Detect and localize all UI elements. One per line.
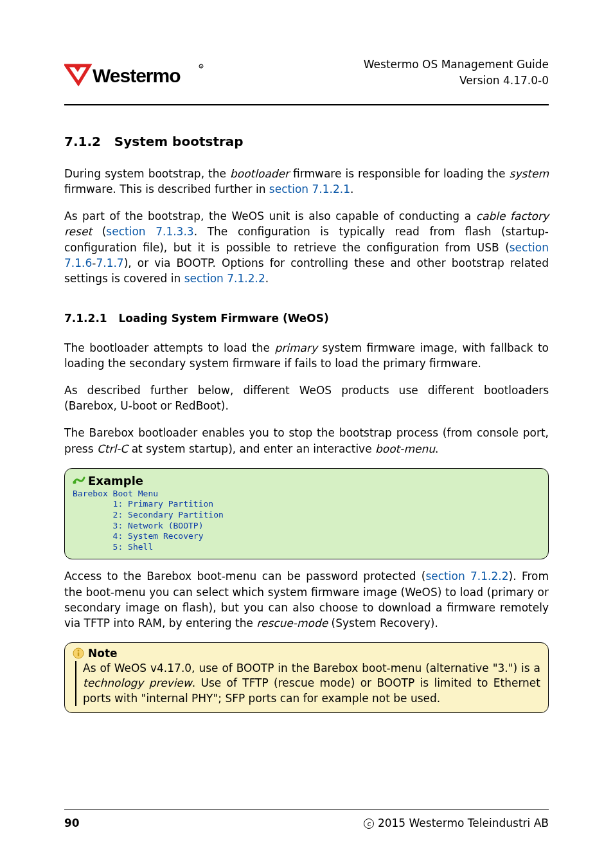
page-number: 90 <box>64 817 80 829</box>
page-header: Westermo R Westermo OS Management Guide … <box>64 57 549 98</box>
note-label: Note <box>88 647 118 660</box>
text: . <box>435 442 438 455</box>
text-italic: bootloader <box>230 167 289 180</box>
info-icon <box>73 647 84 659</box>
heading-title: System bootstrap <box>114 134 244 149</box>
xref-link[interactable]: section 7.1.2.1 <box>269 183 350 195</box>
code-block: Barebox Boot Menu 1: Primary Partition 2… <box>73 489 540 553</box>
heading-7-1-2: 7.1.2 System bootstrap <box>64 134 549 149</box>
text-italic: system <box>510 167 549 180</box>
text-italic: primary <box>274 341 317 354</box>
text: at system startup), and enter an interac… <box>128 442 375 455</box>
westermo-logo-icon: Westermo R <box>64 57 206 95</box>
paragraph: The Barebox bootloader enables you to st… <box>64 425 549 456</box>
note-box: Note As of WeOS v4.17.0, use of BOOTP in… <box>64 642 549 713</box>
paragraph: During system bootstrap, the bootloader … <box>64 166 549 197</box>
note-body: As of WeOS v4.17.0, use of BOOTP in the … <box>75 661 540 706</box>
text: firmware. This is described further in <box>64 183 269 195</box>
heading-title: Loading System Firmware (WeOS) <box>118 312 328 325</box>
worm-icon <box>73 474 85 487</box>
heading-number: 7.1.2.1 <box>64 312 107 325</box>
example-box: Example Barebox Boot Menu 1: Primary Par… <box>64 468 549 560</box>
header-rule <box>64 104 549 105</box>
text: (System Recovery). <box>328 617 438 629</box>
copyright: c 2015 Westermo Teleindustri AB <box>364 817 549 829</box>
text: . <box>350 183 353 195</box>
svg-point-3 <box>73 481 76 484</box>
example-label: Example <box>88 474 143 487</box>
text: firmware is responsible for loading the <box>289 167 509 180</box>
svg-text:R: R <box>200 65 202 69</box>
copyright-text: 2015 Westermo Teleindustri AB <box>378 817 549 829</box>
example-title: Example <box>73 474 540 487</box>
svg-point-5 <box>78 649 80 651</box>
text-italic: boot-menu <box>375 442 435 455</box>
page-footer: 90 c 2015 Westermo Teleindustri AB <box>64 809 549 829</box>
xref-link[interactable]: section 7.1.2.2 <box>184 272 265 285</box>
heading-7-1-2-1: 7.1.2.1 Loading System Firmware (WeOS) <box>64 312 549 325</box>
text: ), or via BOOTP. Options for controlling… <box>64 257 549 285</box>
text-italic: technology preview <box>83 676 192 689</box>
header-text: Westermo OS Management Guide Version 4.1… <box>364 57 549 88</box>
doc-version: Version 4.17.0-0 <box>364 73 549 89</box>
xref-link[interactable]: section 7.1.3.3 <box>106 225 193 238</box>
paragraph: Access to the Barebox boot-menu can be p… <box>64 568 549 631</box>
text: Access to the Barebox boot-menu can be p… <box>64 570 425 583</box>
logo: Westermo R <box>64 57 206 98</box>
paragraph: The bootloader attempts to load the prim… <box>64 340 549 371</box>
footer-rule <box>64 809 549 810</box>
paragraph: As described further below, different We… <box>64 383 549 413</box>
text: As of WeOS v4.17.0, use of BOOTP in the … <box>83 662 540 674</box>
text: ( <box>92 225 106 238</box>
xref-link[interactable]: section 7.1.2.2 <box>425 570 508 583</box>
text: The bootloader attempts to load the <box>64 341 274 354</box>
text: . <box>265 272 269 285</box>
xref-link[interactable]: 7.1.7 <box>96 257 123 269</box>
doc-title: Westermo OS Management Guide <box>364 57 549 73</box>
text-italic: rescue-mode <box>256 617 328 629</box>
note-title: Note <box>73 647 540 660</box>
svg-rect-6 <box>78 652 79 656</box>
paragraph: As part of the bootstrap, the WeOS unit … <box>64 208 549 286</box>
text-italic: Ctrl-C <box>97 442 128 455</box>
heading-number: 7.1.2 <box>64 134 101 149</box>
text: As part of the bootstrap, the WeOS unit … <box>64 210 476 222</box>
page: Westermo R Westermo OS Management Guide … <box>0 0 613 868</box>
text: During system bootstrap, the <box>64 167 230 180</box>
copyright-icon: c <box>364 818 374 829</box>
svg-text:Westermo: Westermo <box>93 65 181 86</box>
